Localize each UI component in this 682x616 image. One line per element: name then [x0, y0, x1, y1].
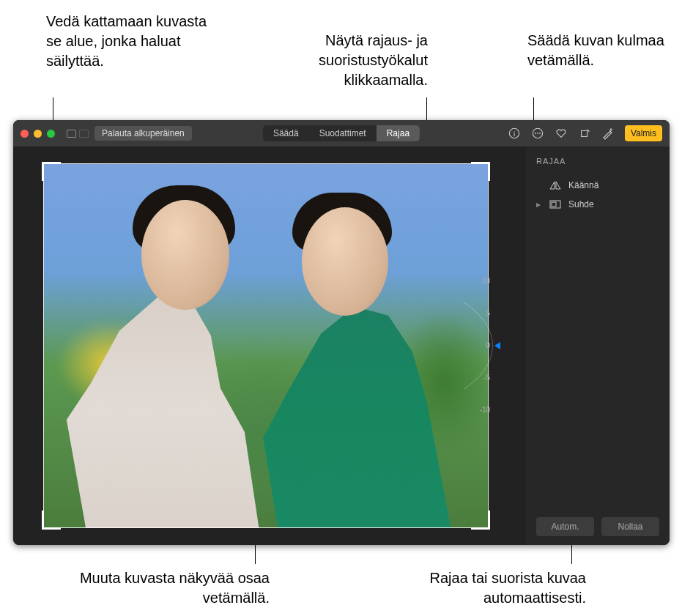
- sidebar-title: RAJAA: [536, 157, 659, 166]
- svg-text:i: i: [514, 130, 515, 138]
- svg-point-4: [537, 133, 538, 134]
- sidebar-item-flip[interactable]: Käännä: [536, 176, 659, 195]
- titlebar: Palauta alkuperäinen Säädä Suodattimet R…: [13, 120, 670, 146]
- callout-drag-keep: Vedä kattamaan kuvasta se alue, jonka ha…: [46, 12, 215, 71]
- edit-mode-tabs: Säädä Suodattimet Rajaa: [263, 125, 420, 141]
- reset-crop-button[interactable]: Nollaa: [601, 517, 659, 536]
- svg-point-5: [539, 133, 541, 134]
- straighten-dial[interactable]: 10 5 0 -5 -10: [464, 272, 493, 419]
- editor-body: 10 5 0 -5 -10 RAJAA Käännä ▸ Suhde: [13, 146, 670, 545]
- dial-tick: 10: [468, 277, 490, 285]
- more-icon[interactable]: [531, 127, 544, 140]
- dial-tick: -5: [468, 374, 490, 382]
- dial-tick: -10: [468, 406, 490, 414]
- crop-handle-tl[interactable]: [42, 162, 61, 181]
- chevron-right-icon: ▸: [536, 199, 542, 209]
- crop-handle-br[interactable]: [471, 511, 490, 530]
- tab-adjust[interactable]: Säädä: [263, 125, 309, 141]
- crop-handle-bl[interactable]: [42, 511, 61, 530]
- revert-button[interactable]: Palauta alkuperäinen: [94, 126, 192, 141]
- dial-pointer-icon: [494, 342, 500, 349]
- aspect-icon: [549, 199, 561, 209]
- svg-rect-8: [552, 202, 556, 207]
- compare-view-icon: [79, 130, 89, 138]
- window-controls: [21, 130, 55, 138]
- crop-region[interactable]: 10 5 0 -5 -10: [43, 163, 489, 528]
- callout-adjust-angle: Säädä kuvan kulmaa vetämällä.: [527, 31, 674, 70]
- callout-show-crop: Näytä rajaus- ja suoristustyökalut klikk…: [259, 31, 428, 90]
- view-toggle[interactable]: [67, 130, 89, 138]
- photos-edit-window: Palauta alkuperäinen Säädä Suodattimet R…: [13, 120, 670, 545]
- dial-tick: 5: [468, 309, 490, 317]
- sidebar-item-aspect[interactable]: ▸ Suhde: [536, 195, 659, 214]
- tab-crop[interactable]: Rajaa: [377, 125, 420, 141]
- callout-change-visible: Muuta kuvasta näkyvää osaa vetämällä.: [72, 568, 270, 608]
- fullscreen-window-button[interactable]: [47, 130, 55, 138]
- done-button[interactable]: Valmis: [625, 125, 662, 141]
- crop-handle-tr[interactable]: [471, 162, 490, 181]
- minimize-window-button[interactable]: [34, 130, 42, 138]
- canvas-area: 10 5 0 -5 -10: [13, 146, 526, 545]
- auto-enhance-icon[interactable]: [601, 127, 615, 140]
- photo-content[interactable]: [43, 163, 489, 528]
- sidebar-item-label: Käännä: [568, 180, 598, 190]
- dial-tick: 0: [468, 341, 490, 349]
- svg-rect-6: [581, 130, 587, 136]
- crop-sidebar: RAJAA Käännä ▸ Suhde Autom. Nollaa: [526, 146, 670, 545]
- tab-filters[interactable]: Suodattimet: [309, 125, 377, 141]
- sidebar-item-label: Suhde: [568, 199, 594, 209]
- rotate-icon[interactable]: [578, 127, 591, 140]
- auto-crop-button[interactable]: Autom.: [536, 517, 594, 536]
- flip-icon: [549, 180, 561, 190]
- thumbnail-view-icon: [67, 130, 76, 138]
- info-icon[interactable]: i: [508, 127, 521, 140]
- favorite-icon[interactable]: [555, 127, 568, 140]
- close-window-button[interactable]: [21, 130, 29, 138]
- callout-auto-crop: Rajaa tai suorista kuvaa automaattisesti…: [381, 568, 586, 608]
- svg-point-3: [535, 133, 536, 134]
